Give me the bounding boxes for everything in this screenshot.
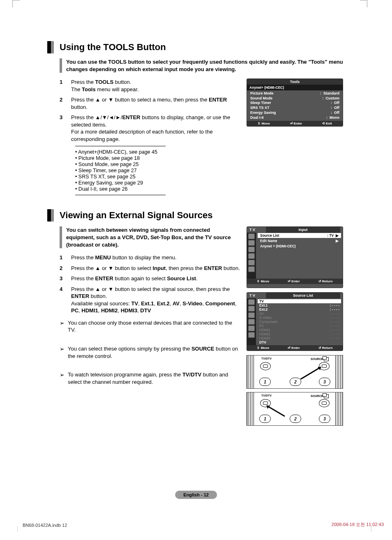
section2-steps: 1 Press the MENU button to display the m… — [60, 254, 240, 314]
remote-edge-left — [247, 392, 254, 425]
note-2: ➢You can select these options simply by … — [60, 345, 240, 360]
page-number: English - 12 — [175, 491, 217, 499]
osd-tools-menu: Tools Anynet+ (HDMI-CEC) Picture Mode: S… — [247, 78, 343, 127]
arrow-to-source-icon — [300, 365, 325, 379]
sound-icon — [248, 247, 255, 252]
updown-icon: ⇳ — [258, 122, 261, 125]
step-1: 1 Press the TOOLS button. The Tools menu… — [60, 78, 240, 93]
digital-icon — [248, 266, 255, 272]
osd-input-menu: T V Input Source List: TV ▶ — [247, 226, 343, 288]
step-1: 1 Press the MENU button to display the m… — [60, 254, 240, 261]
setup-icon — [248, 260, 255, 265]
remote-diagram-source: TV/DTV SOURCE 1 2 3 — [247, 355, 343, 389]
arrow-to-tvdtv-icon — [265, 405, 286, 417]
osd-footer: ⇳ Move ⏎ Enter ↺ Return — [247, 345, 343, 351]
source-button — [319, 399, 330, 407]
page-content: Using the TOOLS Button You can use the T… — [47, 41, 343, 429]
section1-intro: You can use the TOOLS button to select y… — [66, 58, 343, 73]
input-icon — [248, 299, 255, 305]
updown-icon: ⇳ — [257, 346, 260, 350]
channel-icon — [248, 253, 255, 259]
section2-heading: Viewing an External Signal Sources — [60, 210, 213, 221]
intro-accent-bar — [60, 58, 62, 73]
pointer-icon: ➢ — [60, 319, 65, 334]
reference-box: • Anynet+(HDMI-CEC), see page 45 • Pictu… — [75, 146, 166, 195]
source-glyph-icon — [324, 357, 329, 361]
picture-icon — [248, 306, 255, 312]
crop-mark-tl — [12, 0, 20, 7]
remote-diagram-tvdtv: TV/DTV SOURCE 1 2 3 — [247, 392, 343, 426]
input-icon — [248, 233, 255, 239]
footer-timestamp: 2008-04-18 오전 11:02:43 — [332, 522, 384, 528]
channel-icon — [248, 319, 255, 325]
osd-source-list-menu: T V Source List TV Ext — [247, 292, 343, 351]
step-3: 3 Press the ENTER button again to select… — [60, 275, 240, 282]
return-icon: ↺ — [318, 346, 321, 350]
sound-icon — [248, 312, 255, 318]
picture-icon — [248, 240, 255, 246]
svg-line-2 — [267, 406, 285, 416]
pointer-icon: ➢ — [60, 345, 65, 360]
setup-icon — [248, 325, 255, 331]
remote-edge-right — [335, 355, 343, 388]
remote-edge-right — [335, 392, 343, 425]
step-2: 2 Press the ▲ or ▼ button to select a me… — [60, 96, 240, 111]
section1-heading: Using the TOOLS Button — [60, 42, 166, 53]
osd-footer: ⇳ Move ⏎ Enter ↺ Return — [247, 279, 343, 284]
digital-icon — [248, 332, 255, 338]
crop-mark-bl — [17, 526, 18, 532]
crop-mark-tr — [360, 0, 367, 7]
updown-icon: ⇳ — [257, 279, 260, 283]
step-2: 2 Press the ▲ or ▼ button to select Inpu… — [60, 265, 240, 272]
section1-steps: 1 Press the TOOLS button. The Tools menu… — [60, 78, 240, 143]
remote-edge-left — [247, 355, 254, 388]
section1-title-row: Using the TOOLS Button — [47, 41, 343, 53]
section2-title-row: Viewing an External Signal Sources — [47, 209, 343, 222]
remote-2-button: 2 — [290, 415, 301, 423]
exit-icon: ⟲ — [322, 122, 325, 125]
note-3: ➢To watch television programme again, pr… — [60, 371, 240, 385]
title-bar-icon — [47, 209, 54, 222]
remote-2-button: 2 — [290, 378, 301, 386]
note-1: ➢You can choose only those external devi… — [60, 319, 240, 334]
step-4: 4 Press the ▲ or ▼ button to select the … — [60, 286, 240, 314]
footer-doc-name: BN68-01422A.indb 12 — [23, 523, 67, 528]
enter-icon: ⏎ — [288, 279, 291, 283]
enter-icon: ⏎ — [290, 122, 293, 125]
remote-3-button: 3 — [319, 415, 330, 423]
return-icon: ↺ — [318, 279, 321, 283]
svg-line-0 — [300, 367, 321, 379]
enter-icon: ⏎ — [288, 346, 291, 350]
section2-intro: You can switch between viewing signals f… — [66, 226, 240, 248]
crop-mark-br — [371, 526, 371, 532]
source-glyph-icon — [324, 394, 329, 398]
tv-dtv-button — [260, 362, 271, 370]
osd-footer: ⇳ Move ⏎ Enter ⟲ Exit — [247, 121, 343, 126]
intro-accent-bar — [60, 226, 62, 248]
remote-1-button: 1 — [259, 378, 271, 386]
osd-sidebar-icons — [247, 233, 256, 279]
title-bar-icon — [47, 41, 54, 53]
step-3: 3 Press the ▲/▼/◄/►/ENTER buttons to dis… — [60, 114, 240, 143]
pointer-icon: ➢ — [60, 371, 65, 385]
osd-sidebar-icons — [247, 298, 256, 345]
